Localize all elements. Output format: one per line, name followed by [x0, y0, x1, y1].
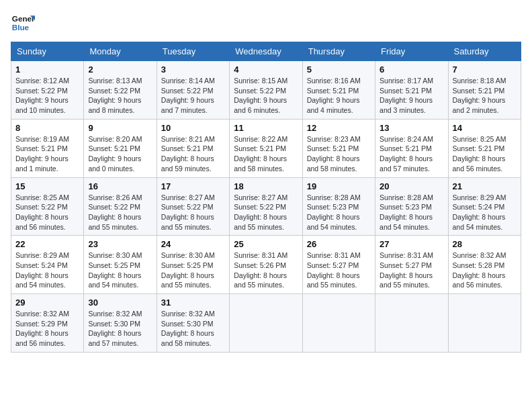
calendar-cell: 22Sunrise: 8:29 AM Sunset: 5:24 PM Dayli…: [11, 236, 84, 294]
day-number: 28: [453, 239, 517, 249]
day-number: 29: [15, 298, 79, 308]
day-number: 17: [161, 181, 225, 191]
calendar-cell: 20Sunrise: 8:28 AM Sunset: 5:23 PM Dayli…: [375, 177, 448, 236]
day-number: 10: [161, 123, 225, 133]
day-number: 9: [88, 123, 152, 133]
day-number: 8: [15, 123, 79, 133]
calendar-cell: 18Sunrise: 8:27 AM Sunset: 5:22 PM Dayli…: [230, 177, 302, 236]
calendar-cell: [375, 294, 448, 353]
day-info: Sunrise: 8:29 AM Sunset: 5:24 PM Dayligh…: [15, 250, 79, 290]
page-header: General Blue: [11, 11, 521, 35]
day-info: Sunrise: 8:19 AM Sunset: 5:21 PM Dayligh…: [15, 134, 79, 174]
day-number: 23: [88, 239, 152, 249]
day-info: Sunrise: 8:28 AM Sunset: 5:23 PM Dayligh…: [380, 193, 443, 232]
day-number: 1: [15, 64, 79, 75]
day-number: 13: [380, 123, 443, 133]
day-number: 5: [307, 64, 371, 75]
calendar-cell: 19Sunrise: 8:28 AM Sunset: 5:23 PM Dayli…: [302, 177, 375, 236]
svg-text:Blue: Blue: [12, 23, 30, 32]
day-info: Sunrise: 8:31 AM Sunset: 5:27 PM Dayligh…: [380, 250, 443, 290]
day-number: 27: [380, 239, 443, 249]
day-number: 16: [88, 181, 152, 191]
calendar-cell: 11Sunrise: 8:22 AM Sunset: 5:21 PM Dayli…: [230, 119, 302, 177]
calendar-cell: [302, 294, 375, 353]
day-info: Sunrise: 8:27 AM Sunset: 5:22 PM Dayligh…: [161, 193, 225, 232]
day-number: 11: [234, 123, 298, 133]
calendar-table: SundayMondayTuesdayWednesdayThursdayFrid…: [11, 42, 521, 353]
day-number: 20: [380, 181, 443, 191]
calendar-cell: 13Sunrise: 8:24 AM Sunset: 5:21 PM Dayli…: [375, 119, 448, 177]
day-info: Sunrise: 8:16 AM Sunset: 5:21 PM Dayligh…: [307, 76, 371, 116]
calendar-week-row: 22Sunrise: 8:29 AM Sunset: 5:24 PM Dayli…: [11, 236, 521, 294]
weekday-header: Friday: [375, 42, 448, 61]
day-info: Sunrise: 8:21 AM Sunset: 5:21 PM Dayligh…: [161, 134, 225, 174]
calendar-week-row: 15Sunrise: 8:25 AM Sunset: 5:22 PM Dayli…: [11, 177, 521, 236]
day-number: 7: [453, 64, 517, 75]
day-info: Sunrise: 8:30 AM Sunset: 5:25 PM Dayligh…: [88, 250, 152, 290]
day-info: Sunrise: 8:17 AM Sunset: 5:21 PM Dayligh…: [380, 76, 443, 116]
day-number: 21: [453, 181, 517, 191]
calendar-cell: 16Sunrise: 8:26 AM Sunset: 5:22 PM Dayli…: [84, 177, 157, 236]
day-info: Sunrise: 8:22 AM Sunset: 5:21 PM Dayligh…: [234, 134, 298, 174]
weekday-header: Saturday: [448, 42, 521, 61]
day-number: 31: [161, 298, 225, 308]
day-info: Sunrise: 8:20 AM Sunset: 5:21 PM Dayligh…: [88, 134, 152, 174]
day-info: Sunrise: 8:32 AM Sunset: 5:29 PM Dayligh…: [15, 309, 79, 349]
calendar-cell: 6Sunrise: 8:17 AM Sunset: 5:21 PM Daylig…: [375, 61, 448, 120]
day-info: Sunrise: 8:29 AM Sunset: 5:24 PM Dayligh…: [453, 193, 517, 232]
day-info: Sunrise: 8:14 AM Sunset: 5:22 PM Dayligh…: [161, 76, 225, 116]
day-info: Sunrise: 8:15 AM Sunset: 5:22 PM Dayligh…: [234, 76, 298, 116]
calendar-cell: 28Sunrise: 8:32 AM Sunset: 5:28 PM Dayli…: [448, 236, 521, 294]
calendar-cell: 4Sunrise: 8:15 AM Sunset: 5:22 PM Daylig…: [230, 61, 302, 120]
day-number: 12: [307, 123, 371, 133]
calendar-week-row: 29Sunrise: 8:32 AM Sunset: 5:29 PM Dayli…: [11, 294, 521, 353]
day-info: Sunrise: 8:12 AM Sunset: 5:22 PM Dayligh…: [15, 76, 79, 116]
calendar-week-row: 1Sunrise: 8:12 AM Sunset: 5:22 PM Daylig…: [11, 61, 521, 120]
calendar-cell: 8Sunrise: 8:19 AM Sunset: 5:21 PM Daylig…: [11, 119, 84, 177]
day-number: 26: [307, 239, 371, 249]
day-info: Sunrise: 8:23 AM Sunset: 5:21 PM Dayligh…: [307, 134, 371, 174]
weekday-header: Monday: [84, 42, 157, 61]
calendar-header-row: SundayMondayTuesdayWednesdayThursdayFrid…: [11, 42, 521, 61]
day-number: 19: [307, 181, 371, 191]
calendar-cell: 23Sunrise: 8:30 AM Sunset: 5:25 PM Dayli…: [84, 236, 157, 294]
calendar-cell: 17Sunrise: 8:27 AM Sunset: 5:22 PM Dayli…: [157, 177, 229, 236]
calendar-cell: 9Sunrise: 8:20 AM Sunset: 5:21 PM Daylig…: [84, 119, 157, 177]
calendar-cell: 7Sunrise: 8:18 AM Sunset: 5:21 PM Daylig…: [448, 61, 521, 120]
day-info: Sunrise: 8:18 AM Sunset: 5:21 PM Dayligh…: [453, 76, 517, 116]
calendar-cell: 12Sunrise: 8:23 AM Sunset: 5:21 PM Dayli…: [302, 119, 375, 177]
day-number: 22: [15, 239, 79, 249]
calendar-cell: 24Sunrise: 8:30 AM Sunset: 5:25 PM Dayli…: [157, 236, 229, 294]
calendar-cell: 2Sunrise: 8:13 AM Sunset: 5:22 PM Daylig…: [84, 61, 157, 120]
day-info: Sunrise: 8:30 AM Sunset: 5:25 PM Dayligh…: [161, 250, 225, 290]
day-info: Sunrise: 8:26 AM Sunset: 5:22 PM Dayligh…: [88, 193, 152, 232]
day-info: Sunrise: 8:25 AM Sunset: 5:22 PM Dayligh…: [15, 193, 79, 232]
calendar-cell: 5Sunrise: 8:16 AM Sunset: 5:21 PM Daylig…: [302, 61, 375, 120]
weekday-header: Sunday: [11, 42, 84, 61]
svg-text:General: General: [12, 14, 35, 23]
calendar-cell: 10Sunrise: 8:21 AM Sunset: 5:21 PM Dayli…: [157, 119, 229, 177]
day-number: 14: [453, 123, 517, 133]
logo-icon: General Blue: [11, 11, 35, 35]
day-number: 18: [234, 181, 298, 191]
calendar-cell: 21Sunrise: 8:29 AM Sunset: 5:24 PM Dayli…: [448, 177, 521, 236]
calendar-cell: 15Sunrise: 8:25 AM Sunset: 5:22 PM Dayli…: [11, 177, 84, 236]
day-number: 4: [234, 64, 298, 75]
day-info: Sunrise: 8:27 AM Sunset: 5:22 PM Dayligh…: [234, 193, 298, 232]
day-number: 3: [161, 64, 225, 75]
calendar-cell: 30Sunrise: 8:32 AM Sunset: 5:30 PM Dayli…: [84, 294, 157, 353]
calendar-cell: 29Sunrise: 8:32 AM Sunset: 5:29 PM Dayli…: [11, 294, 84, 353]
calendar-cell: 1Sunrise: 8:12 AM Sunset: 5:22 PM Daylig…: [11, 61, 84, 120]
day-info: Sunrise: 8:25 AM Sunset: 5:21 PM Dayligh…: [453, 134, 517, 174]
calendar-cell: 3Sunrise: 8:14 AM Sunset: 5:22 PM Daylig…: [157, 61, 229, 120]
day-info: Sunrise: 8:31 AM Sunset: 5:27 PM Dayligh…: [307, 250, 371, 290]
day-info: Sunrise: 8:24 AM Sunset: 5:21 PM Dayligh…: [380, 134, 443, 174]
calendar-cell: [448, 294, 521, 353]
calendar-cell: 26Sunrise: 8:31 AM Sunset: 5:27 PM Dayli…: [302, 236, 375, 294]
logo: General Blue: [11, 11, 39, 35]
day-info: Sunrise: 8:32 AM Sunset: 5:30 PM Dayligh…: [161, 309, 225, 349]
calendar-cell: 27Sunrise: 8:31 AM Sunset: 5:27 PM Dayli…: [375, 236, 448, 294]
day-number: 2: [88, 64, 152, 75]
day-number: 24: [161, 239, 225, 249]
day-info: Sunrise: 8:13 AM Sunset: 5:22 PM Dayligh…: [88, 76, 152, 116]
